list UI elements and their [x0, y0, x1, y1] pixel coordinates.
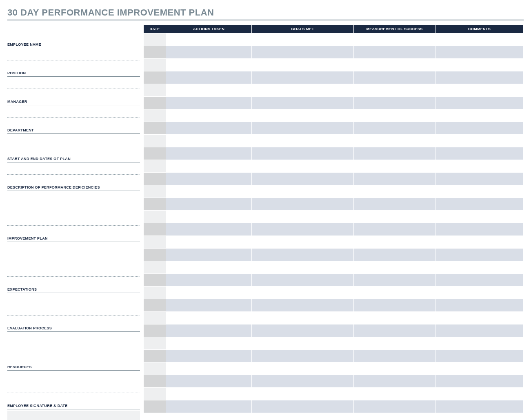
- cell-measure[interactable]: [354, 350, 435, 362]
- cell-date[interactable]: [144, 46, 166, 59]
- input-start-end-dates[interactable]: [7, 162, 140, 175]
- cell-actions[interactable]: [166, 362, 252, 375]
- cell-comments[interactable]: [435, 388, 524, 400]
- cell-actions[interactable]: [166, 84, 252, 97]
- cell-actions[interactable]: [166, 122, 252, 135]
- cell-comments[interactable]: [435, 122, 524, 135]
- cell-measure[interactable]: [354, 59, 435, 71]
- cell-actions[interactable]: [166, 388, 252, 400]
- cell-goals[interactable]: [252, 109, 354, 122]
- cell-actions[interactable]: [166, 324, 252, 337]
- input-employee-name[interactable]: [7, 48, 140, 60]
- cell-date[interactable]: [144, 350, 166, 362]
- cell-measure[interactable]: [354, 147, 435, 160]
- cell-goals[interactable]: [252, 375, 354, 388]
- input-expectations[interactable]: [7, 293, 140, 316]
- cell-date[interactable]: [144, 375, 166, 388]
- cell-actions[interactable]: [166, 249, 252, 261]
- cell-date[interactable]: [144, 84, 166, 97]
- input-resources[interactable]: [7, 371, 140, 393]
- cell-comments[interactable]: [435, 362, 524, 375]
- cell-comments[interactable]: [435, 147, 524, 160]
- cell-comments[interactable]: [435, 312, 524, 324]
- cell-date[interactable]: [144, 185, 166, 198]
- cell-measure[interactable]: [354, 33, 435, 46]
- cell-date[interactable]: [144, 223, 166, 236]
- cell-goals[interactable]: [252, 223, 354, 236]
- cell-goals[interactable]: [252, 350, 354, 362]
- cell-actions[interactable]: [166, 261, 252, 274]
- cell-comments[interactable]: [435, 324, 524, 337]
- cell-actions[interactable]: [166, 337, 252, 350]
- cell-measure[interactable]: [354, 249, 435, 261]
- cell-date[interactable]: [144, 236, 166, 249]
- cell-actions[interactable]: [166, 198, 252, 211]
- cell-actions[interactable]: [166, 97, 252, 109]
- cell-comments[interactable]: [435, 337, 524, 350]
- cell-comments[interactable]: [435, 261, 524, 274]
- cell-goals[interactable]: [252, 147, 354, 160]
- cell-measure[interactable]: [354, 109, 435, 122]
- cell-goals[interactable]: [252, 362, 354, 375]
- cell-goals[interactable]: [252, 97, 354, 109]
- cell-goals[interactable]: [252, 324, 354, 337]
- cell-actions[interactable]: [166, 299, 252, 312]
- cell-measure[interactable]: [354, 388, 435, 400]
- cell-date[interactable]: [144, 160, 166, 173]
- cell-goals[interactable]: [252, 236, 354, 249]
- cell-goals[interactable]: [252, 312, 354, 324]
- cell-comments[interactable]: [435, 71, 524, 84]
- cell-measure[interactable]: [354, 261, 435, 274]
- cell-goals[interactable]: [252, 173, 354, 185]
- cell-actions[interactable]: [166, 185, 252, 198]
- cell-measure[interactable]: [354, 274, 435, 287]
- cell-goals[interactable]: [252, 261, 354, 274]
- cell-actions[interactable]: [166, 375, 252, 388]
- cell-date[interactable]: [144, 299, 166, 312]
- cell-actions[interactable]: [166, 223, 252, 236]
- cell-date[interactable]: [144, 337, 166, 350]
- cell-date[interactable]: [144, 249, 166, 261]
- cell-measure[interactable]: [354, 46, 435, 59]
- input-improvement-plan[interactable]: [7, 242, 140, 277]
- cell-goals[interactable]: [252, 299, 354, 312]
- cell-comments[interactable]: [435, 97, 524, 109]
- cell-date[interactable]: [144, 109, 166, 122]
- cell-actions[interactable]: [166, 173, 252, 185]
- cell-actions[interactable]: [166, 160, 252, 173]
- cell-goals[interactable]: [252, 388, 354, 400]
- cell-goals[interactable]: [252, 249, 354, 261]
- cell-measure[interactable]: [354, 160, 435, 173]
- cell-actions[interactable]: [166, 350, 252, 362]
- cell-goals[interactable]: [252, 84, 354, 97]
- cell-date[interactable]: [144, 400, 166, 413]
- cell-date[interactable]: [144, 287, 166, 299]
- cell-measure[interactable]: [354, 97, 435, 109]
- cell-actions[interactable]: [166, 312, 252, 324]
- cell-actions[interactable]: [166, 59, 252, 71]
- cell-measure[interactable]: [354, 173, 435, 185]
- cell-measure[interactable]: [354, 185, 435, 198]
- cell-goals[interactable]: [252, 46, 354, 59]
- cell-comments[interactable]: [435, 185, 524, 198]
- cell-goals[interactable]: [252, 287, 354, 299]
- cell-measure[interactable]: [354, 71, 435, 84]
- cell-goals[interactable]: [252, 71, 354, 84]
- cell-comments[interactable]: [435, 173, 524, 185]
- cell-goals[interactable]: [252, 400, 354, 413]
- cell-date[interactable]: [144, 388, 166, 400]
- cell-actions[interactable]: [166, 33, 252, 46]
- cell-goals[interactable]: [252, 274, 354, 287]
- cell-measure[interactable]: [354, 84, 435, 97]
- cell-measure[interactable]: [354, 287, 435, 299]
- cell-actions[interactable]: [166, 135, 252, 147]
- input-position[interactable]: [7, 77, 140, 89]
- cell-measure[interactable]: [354, 324, 435, 337]
- cell-measure[interactable]: [354, 375, 435, 388]
- cell-date[interactable]: [144, 33, 166, 46]
- cell-date[interactable]: [144, 261, 166, 274]
- cell-goals[interactable]: [252, 337, 354, 350]
- cell-measure[interactable]: [354, 122, 435, 135]
- cell-comments[interactable]: [435, 135, 524, 147]
- cell-comments[interactable]: [435, 160, 524, 173]
